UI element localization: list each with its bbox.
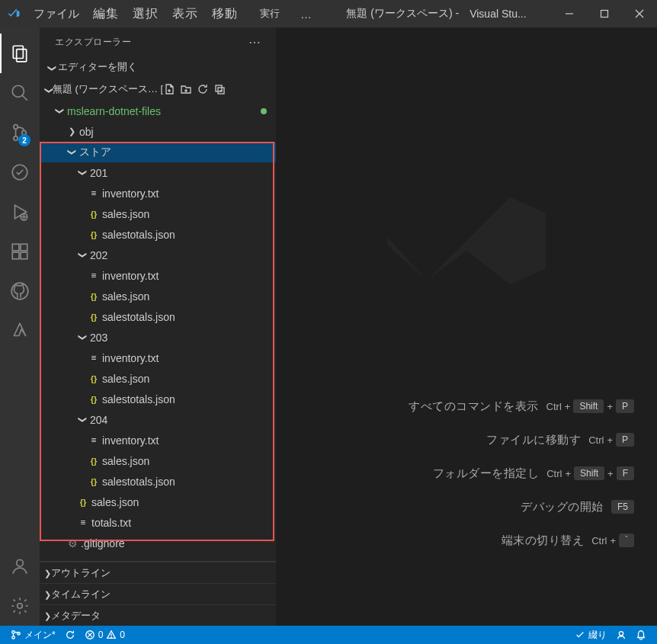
tree-file[interactable]: ≡totals.txt	[40, 512, 276, 533]
shortcut-label: ファイルに移動す	[299, 433, 581, 447]
git-status-dot	[261, 108, 267, 114]
menu-selection[interactable]: 選択	[126, 0, 165, 27]
shortcut-row: すべてのコマンドを表示 Ctrl + Shift + P	[299, 389, 634, 423]
explorer-more-icon[interactable]: ⋯	[248, 35, 262, 50]
tree-file[interactable]: {}salestotals.json	[40, 389, 276, 409]
timeline-section[interactable]: タイムライン	[40, 583, 276, 604]
activity-search[interactable]	[0, 73, 40, 113]
json-file-icon: {}	[76, 498, 90, 507]
menu-edit[interactable]: 編集	[86, 0, 126, 27]
title-app: Visual Stu...	[470, 8, 526, 20]
shortcut-label: フォルダーを指定し	[299, 466, 539, 481]
status-branch[interactable]: メイン*	[6, 626, 60, 644]
file-label: inventory.txt	[101, 352, 159, 364]
new-folder-icon[interactable]	[180, 83, 192, 95]
tree-file[interactable]: {}sales.json	[40, 450, 276, 471]
activity-azure[interactable]	[0, 311, 40, 351]
tree-file-gitignore[interactable]: ⚙.gitignore	[40, 533, 276, 553]
folder-label: 202	[88, 249, 107, 261]
svg-rect-16	[12, 244, 19, 251]
activity-github[interactable]	[0, 271, 40, 311]
tree-file[interactable]: {}sales.json	[40, 203, 276, 224]
svg-point-37	[111, 637, 112, 638]
file-label: sales.json	[90, 496, 139, 508]
svg-rect-18	[12, 252, 19, 259]
check-icon	[575, 630, 585, 640]
menu-go[interactable]: 移動	[205, 0, 245, 27]
tree-file[interactable]: {}salestotals.json	[40, 306, 276, 327]
folder-label: 204	[88, 414, 107, 426]
tree-file[interactable]: ≡inventory.txt	[40, 265, 276, 286]
tree-folder-root[interactable]: mslearn-dotnet-files	[40, 101, 276, 121]
tree-file[interactable]: ≡inventory.txt	[40, 430, 276, 450]
collapse-all-icon[interactable]	[213, 83, 226, 95]
vscode-watermark	[367, 142, 566, 343]
tree-folder-201[interactable]: 201	[40, 162, 276, 183]
svg-point-22	[18, 604, 23, 609]
tree-folder-202[interactable]: 202	[40, 245, 276, 265]
refresh-icon[interactable]	[197, 83, 209, 95]
tree-file[interactable]: {}sales.json	[40, 286, 276, 306]
json-file-icon: {}	[87, 374, 101, 383]
tree-folder-204[interactable]: 204	[40, 409, 276, 430]
json-file-icon: {}	[87, 210, 101, 219]
status-problems[interactable]: 0 0	[80, 626, 130, 644]
status-notifications[interactable]	[631, 626, 651, 644]
tree-file[interactable]: ≡inventory.txt	[40, 348, 276, 368]
chevron-down-icon	[66, 147, 78, 157]
tree-folder-store[interactable]: ストア	[40, 142, 276, 162]
activity-settings[interactable]	[0, 586, 40, 626]
metadata-section[interactable]: メタデータ	[40, 604, 276, 626]
welcome-shortcuts: すべてのコマンドを表示 Ctrl + Shift + P ファイルに移動す Ct…	[299, 389, 634, 557]
json-file-icon: {}	[87, 312, 101, 322]
menu-file[interactable]: ファイル	[27, 0, 86, 27]
status-feedback[interactable]	[611, 626, 631, 644]
collapsed-sections: アウトライン タイムライン メタデータ	[40, 561, 276, 626]
new-file-icon[interactable]	[163, 83, 175, 95]
tree-folder-obj[interactable]: obj	[40, 121, 276, 142]
activity-debug[interactable]	[0, 192, 40, 232]
activity-extensions[interactable]	[0, 232, 40, 271]
error-icon	[85, 630, 95, 640]
chevron-right-icon	[44, 610, 51, 621]
tree-file[interactable]: {}salestotals.json	[40, 471, 276, 492]
file-label: sales.json	[101, 290, 149, 303]
svg-rect-4	[13, 46, 23, 58]
workspace-section[interactable]: 無題 (ワークスペース… [	[40, 78, 276, 101]
outline-section[interactable]: アウトライン	[40, 562, 276, 583]
tree-file[interactable]: {}sales.json	[40, 368, 276, 389]
menu-more[interactable]: …	[287, 0, 321, 27]
tree-file[interactable]: ≡inventory.txt	[40, 183, 276, 203]
activity-source-control[interactable]: 2	[0, 113, 40, 152]
section-label: メタデータ	[51, 609, 101, 623]
key-ctrl: Ctrl	[546, 468, 562, 479]
svg-point-6	[12, 85, 24, 97]
activity-explorer[interactable]	[0, 34, 40, 73]
menu-view[interactable]: 表示	[165, 0, 205, 27]
open-editors-section[interactable]: エディターを開く	[40, 56, 276, 78]
open-editors-label: エディターを開く	[58, 60, 137, 74]
activity-account[interactable]	[0, 546, 40, 586]
status-bar: メイン* 0 0 綴り	[0, 626, 657, 644]
maximize-button[interactable]	[587, 0, 622, 27]
menu-run[interactable]: 実行	[245, 0, 287, 27]
folder-label: 201	[88, 167, 107, 179]
close-button[interactable]	[622, 0, 657, 27]
gear-icon: ⚙	[66, 537, 79, 549]
status-spell[interactable]: 綴り	[570, 626, 611, 644]
tree-folder-203[interactable]: 203	[40, 327, 276, 348]
chevron-down-icon	[76, 332, 88, 342]
minimize-button[interactable]	[552, 0, 587, 27]
activity-test[interactable]	[0, 152, 40, 192]
file-label: inventory.txt	[101, 434, 159, 447]
tree-file[interactable]: {}salestotals.json	[40, 224, 276, 245]
key-plus: +	[607, 468, 614, 479]
key-plus: +	[607, 434, 613, 446]
key-p: P	[616, 433, 634, 447]
file-label: sales.json	[101, 455, 149, 467]
title-workspace: 無題 (ワークスペース) -	[346, 7, 459, 21]
file-label: inventory.txt	[101, 187, 159, 200]
tree-file[interactable]: {}sales.json	[40, 492, 276, 512]
file-tree: mslearn-dotnet-files obj ストア 201 ≡invent…	[40, 101, 276, 561]
status-sync[interactable]	[60, 626, 80, 644]
